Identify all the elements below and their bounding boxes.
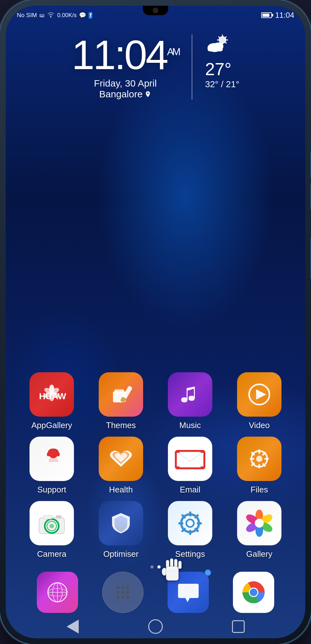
page-dot-1[interactable] bbox=[150, 565, 154, 569]
status-left: No SIM 🖴 0.00K/s 💬 f bbox=[17, 12, 92, 19]
svg-rect-59 bbox=[178, 522, 183, 524]
app-music[interactable]: Music bbox=[160, 372, 220, 430]
dock bbox=[6, 572, 305, 613]
themes-icon bbox=[99, 372, 143, 417]
svg-rect-53 bbox=[56, 515, 62, 518]
svg-point-79 bbox=[116, 591, 120, 594]
back-triangle-icon bbox=[67, 620, 79, 634]
clock-location: Bangalore bbox=[72, 89, 179, 100]
app-health[interactable]: Health bbox=[91, 437, 151, 495]
email-label: Email bbox=[180, 485, 200, 495]
files-folder-icon bbox=[247, 446, 272, 472]
email-envelope-icon bbox=[174, 446, 206, 472]
camera-label: Camera bbox=[37, 549, 66, 559]
health-icon bbox=[99, 437, 143, 481]
phone-screen: No SIM 🖴 0.00K/s 💬 f bbox=[6, 6, 305, 638]
svg-rect-52 bbox=[43, 515, 52, 519]
app-themes[interactable]: Themes bbox=[91, 372, 151, 430]
svg-point-38 bbox=[256, 456, 262, 462]
huawei-logo-icon: HUAWEI bbox=[37, 383, 66, 406]
music-icon bbox=[168, 372, 212, 417]
svg-rect-57 bbox=[189, 530, 191, 535]
themes-brush-icon bbox=[108, 382, 134, 407]
clock-weather-area: 11:04AM Friday, 30 April Bangalore bbox=[6, 34, 305, 100]
weather-temperature: 27° bbox=[205, 59, 239, 79]
svg-rect-20 bbox=[115, 389, 124, 393]
svg-point-87 bbox=[250, 589, 257, 596]
svg-point-77 bbox=[121, 586, 124, 589]
app-files[interactable]: Files bbox=[229, 437, 289, 495]
allapps-icon bbox=[102, 572, 143, 613]
wifi-icon bbox=[47, 12, 55, 19]
recents-button[interactable] bbox=[229, 617, 248, 636]
svg-rect-35 bbox=[176, 466, 180, 468]
app-row-3: Camera bbox=[22, 501, 289, 559]
svg-line-7 bbox=[225, 37, 226, 38]
svg-rect-56 bbox=[189, 511, 191, 517]
clock-time: 11:04AM bbox=[72, 34, 179, 75]
svg-rect-27 bbox=[57, 452, 60, 456]
camera-body-icon bbox=[37, 511, 66, 535]
app-settings[interactable]: Settings bbox=[160, 501, 220, 559]
gallery-flower-icon bbox=[245, 509, 274, 537]
svg-point-84 bbox=[126, 595, 129, 599]
browser-icon bbox=[37, 572, 78, 613]
support-icon bbox=[30, 437, 74, 481]
phone-frame: No SIM 🖴 0.00K/s 💬 f bbox=[0, 0, 311, 644]
page-dots bbox=[6, 565, 305, 569]
time-display: 11:04 bbox=[275, 11, 294, 20]
notch bbox=[143, 6, 168, 15]
weather-section: 27° 32° / 21° bbox=[192, 34, 239, 89]
home-button[interactable] bbox=[146, 617, 165, 636]
browser-globe-icon bbox=[46, 581, 69, 604]
home-circle-icon bbox=[148, 619, 163, 634]
app-support[interactable]: Support bbox=[22, 437, 82, 495]
app-appgallery[interactable]: HUAWEI AppGallery bbox=[22, 372, 82, 430]
support-label: Support bbox=[37, 485, 66, 495]
battery-icon bbox=[261, 12, 272, 18]
video-label: Video bbox=[249, 420, 270, 430]
app-grid: HUAWEI AppGallery bbox=[6, 372, 305, 559]
svg-line-5 bbox=[219, 37, 220, 38]
svg-rect-39 bbox=[258, 449, 260, 454]
weather-range: 32° / 21° bbox=[205, 79, 239, 89]
dock-allapps[interactable] bbox=[102, 572, 143, 613]
svg-rect-34 bbox=[201, 451, 204, 453]
appgallery-icon: HUAWEI bbox=[30, 372, 74, 417]
app-video[interactable]: Video bbox=[229, 372, 289, 430]
dock-chrome[interactable] bbox=[233, 572, 274, 613]
svg-point-81 bbox=[126, 591, 129, 594]
optimiser-label: Optimiser bbox=[103, 549, 138, 559]
hand-cursor-icon bbox=[161, 555, 183, 584]
svg-point-78 bbox=[126, 586, 129, 589]
status-right: 11:04 bbox=[261, 11, 294, 20]
app-row-2: Support bbox=[22, 437, 289, 495]
gallery-label: Gallery bbox=[246, 549, 272, 559]
files-icon bbox=[237, 437, 281, 481]
music-label: Music bbox=[179, 420, 201, 430]
app-optimiser[interactable]: Optimiser bbox=[91, 501, 151, 559]
optimiser-shield-icon bbox=[108, 511, 134, 536]
location-pin-icon bbox=[144, 91, 151, 98]
home-screen: No SIM 🖴 0.00K/s 💬 f bbox=[6, 6, 305, 638]
back-button[interactable] bbox=[63, 617, 82, 636]
sim-icon: 🖴 bbox=[39, 12, 44, 18]
themes-label: Themes bbox=[106, 420, 136, 430]
svg-rect-40 bbox=[258, 464, 260, 468]
video-icon bbox=[237, 372, 281, 417]
app-camera[interactable]: Camera bbox=[22, 501, 82, 559]
svg-rect-42 bbox=[250, 458, 254, 460]
app-gallery[interactable]: Gallery bbox=[229, 501, 289, 559]
svg-rect-33 bbox=[176, 451, 180, 453]
optimiser-icon bbox=[99, 501, 143, 545]
app-email[interactable]: Email bbox=[160, 437, 220, 495]
recents-square-icon bbox=[232, 620, 245, 633]
svg-point-51 bbox=[50, 524, 54, 528]
weather-icon bbox=[205, 34, 239, 57]
svg-rect-36 bbox=[201, 466, 204, 468]
page-dot-2[interactable] bbox=[157, 565, 161, 569]
dock-browser[interactable] bbox=[37, 572, 78, 613]
clock-date: Friday, 30 April bbox=[72, 78, 179, 89]
health-label: Health bbox=[109, 485, 133, 495]
files-notification-dot bbox=[277, 437, 281, 441]
